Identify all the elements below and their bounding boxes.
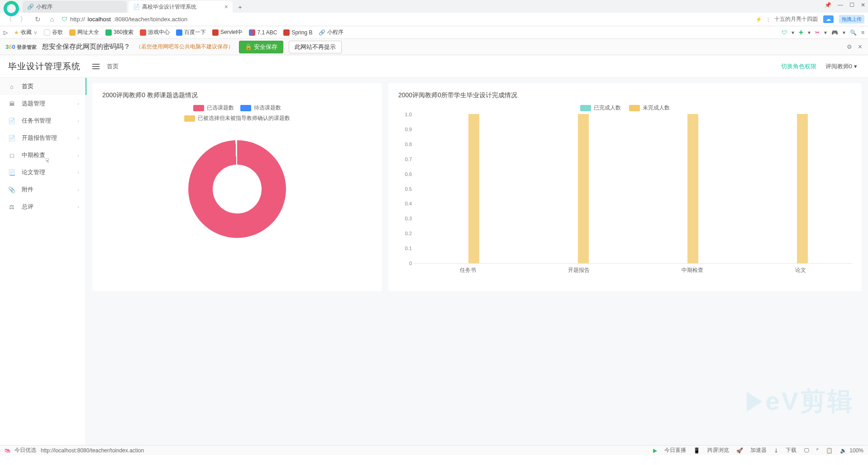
card-title: 2000评阅教师0所带学生毕业设计完成情况 bbox=[398, 91, 852, 100]
sidebar-item-6[interactable]: 📎附件› bbox=[0, 181, 86, 198]
bookmark-item[interactable]: 网址大全 bbox=[69, 28, 99, 36]
switch-role-link[interactable]: 切换角色权限 bbox=[781, 62, 816, 71]
flash-icon[interactable]: ⚡ bbox=[755, 16, 762, 23]
speaker-icon[interactable]: 🔉 bbox=[840, 447, 847, 454]
gamepad-icon[interactable]: 🎮 bbox=[831, 29, 838, 36]
close-window-icon[interactable]: ✕ bbox=[861, 2, 865, 8]
legend-item[interactable]: 未完成人数 bbox=[629, 104, 670, 112]
shop-icon[interactable]: 🛍 bbox=[5, 447, 10, 454]
status-item[interactable]: 跨屏浏览 bbox=[707, 446, 729, 454]
forward-icon[interactable]: 〉 bbox=[18, 15, 28, 24]
legend-swatch bbox=[580, 105, 591, 111]
sidebar-label: 总评 bbox=[22, 203, 33, 211]
y-tick: 0.6 bbox=[398, 171, 412, 177]
bar bbox=[687, 114, 698, 263]
chevron-right-icon: › bbox=[77, 135, 79, 141]
phone-icon[interactable]: 📱 bbox=[693, 447, 700, 454]
status-label[interactable]: 今日优选 bbox=[14, 446, 36, 454]
scissors-icon[interactable]: ✂ bbox=[815, 29, 820, 36]
bar-group bbox=[448, 114, 489, 263]
home-icon[interactable]: ⌂ bbox=[47, 15, 57, 23]
sidebar-item-2[interactable]: 📄任务书管理› bbox=[0, 112, 86, 129]
legend-item[interactable]: 已被选择但未被指导教师确认的课题数 bbox=[102, 114, 372, 122]
y-tick: 0.3 bbox=[398, 216, 412, 221]
tab-favicon-icon: 📄 bbox=[133, 4, 139, 10]
status-item[interactable]: 今日直播 bbox=[664, 446, 686, 454]
sidebar-icon: ⚖ bbox=[8, 204, 15, 210]
never-save-button[interactable]: 此网站不再提示 bbox=[289, 41, 342, 53]
bookmark-item[interactable]: Spring B bbox=[283, 29, 312, 36]
play-icon[interactable]: ▶ bbox=[653, 447, 657, 454]
y-tick: 0.9 bbox=[398, 127, 412, 132]
360-logo: 360 登录管家 bbox=[5, 43, 37, 51]
reload-icon[interactable]: ↻ bbox=[33, 15, 43, 24]
pin-icon[interactable]: 📌 bbox=[825, 2, 831, 8]
ext-icon[interactable]: ✚ bbox=[799, 29, 803, 36]
sidebar-item-7[interactable]: ⚖总评› bbox=[0, 198, 86, 215]
maximize-icon[interactable]: ☐ bbox=[849, 2, 854, 8]
bm-toggle-icon[interactable]: ▷ bbox=[4, 29, 8, 36]
bookmark-item[interactable]: 谷歌 bbox=[44, 28, 63, 36]
y-tick: 1.0 bbox=[398, 112, 412, 117]
legend-item[interactable]: 已完成人数 bbox=[580, 104, 621, 112]
game-icon bbox=[140, 29, 146, 36]
sidebar-item-0[interactable]: ⌂首页 bbox=[0, 78, 86, 95]
close-bar-icon[interactable]: ✕ bbox=[858, 43, 863, 50]
sidebar-toggle-icon[interactable] bbox=[92, 64, 100, 69]
legend-swatch bbox=[193, 105, 204, 111]
bar-legend: 已完成人数 未完成人数 bbox=[398, 104, 852, 112]
gear-icon[interactable]: ⚙ bbox=[847, 43, 852, 50]
lock-icon: 🔒 bbox=[245, 43, 252, 50]
cloud-button[interactable]: ☁ bbox=[823, 15, 834, 23]
download-icon[interactable]: ⤓ bbox=[774, 447, 778, 454]
bookmark-item[interactable]: 游戏中心 bbox=[140, 28, 170, 36]
legend-item[interactable]: 待选课题数 bbox=[240, 104, 281, 112]
sidebar-icon: ⌂ bbox=[8, 83, 15, 90]
sidebar-label: 论文管理 bbox=[22, 168, 45, 176]
rocket-icon[interactable]: 🚀 bbox=[736, 447, 743, 454]
pip-icon[interactable]: ᴾ bbox=[816, 447, 819, 454]
bookmark-item[interactable]: ★收藏∨ bbox=[14, 28, 38, 36]
browser-tab-active[interactable]: 📄 高校毕业设计管理系统 × bbox=[129, 1, 233, 13]
drag-upload-button[interactable]: 拖拽上传 bbox=[839, 15, 864, 24]
menu-icon[interactable]: ≡ bbox=[861, 29, 864, 36]
close-tab-icon[interactable]: × bbox=[224, 3, 228, 10]
bookmark-item[interactable]: 🔗小程序 bbox=[319, 28, 343, 36]
sidebar-item-4[interactable]: ◻中期检查› bbox=[0, 147, 86, 164]
legend-swatch bbox=[240, 105, 251, 111]
minimize-icon[interactable]: — bbox=[838, 2, 843, 8]
status-item[interactable]: 下载 bbox=[786, 446, 796, 454]
chevron-down-icon: ▾ bbox=[854, 63, 857, 70]
legend-swatch bbox=[184, 115, 195, 122]
bookmark-item[interactable]: 7.1 ABC bbox=[249, 29, 277, 36]
sidebar-item-1[interactable]: 🏛选题管理› bbox=[0, 95, 86, 112]
sidebar: ⌂首页🏛选题管理›📄任务书管理›📄开题报告管理›◻中期检查›📃论文管理›📎附件›… bbox=[0, 78, 86, 455]
bookmark-item[interactable]: 百度一下 bbox=[176, 28, 206, 36]
bookmark-item[interactable]: 360搜索 bbox=[105, 28, 134, 36]
browser-tab[interactable]: 🔗 小程序 bbox=[23, 1, 127, 13]
legend-item[interactable]: 已选课题数 bbox=[193, 104, 234, 112]
screen-icon[interactable]: 🖵 bbox=[804, 447, 809, 454]
miniprogram-icon: 🔗 bbox=[319, 29, 325, 36]
sidebar-icon: 📄 bbox=[8, 135, 15, 142]
zoom-control[interactable]: 🔉 100% bbox=[840, 447, 863, 454]
status-bar: 🛍 今日优选 http://localhost:8080/teacher/toi… bbox=[0, 445, 868, 455]
y-tick: 0.4 bbox=[398, 201, 412, 206]
sidebar-label: 选题管理 bbox=[22, 100, 45, 108]
search-icon[interactable]: 🔍 bbox=[850, 29, 857, 36]
save-password-button[interactable]: 🔒安全保存 bbox=[239, 41, 283, 53]
new-tab-button[interactable]: ＋ bbox=[234, 2, 245, 13]
status-item[interactable]: 加速器 bbox=[750, 446, 767, 454]
bookmark-item[interactable]: Servlet中 bbox=[212, 28, 243, 36]
clipboard-icon[interactable]: 📋 bbox=[826, 447, 833, 454]
sidebar-item-3[interactable]: 📄开题报告管理› bbox=[0, 129, 86, 147]
user-dropdown[interactable]: 评阅教师0▾ bbox=[825, 62, 857, 71]
tab-label: 高校毕业设计管理系统 bbox=[142, 3, 196, 11]
donut-legend: 已选课题数 待选课题数 已被选择但未被指导教师确认的课题数 bbox=[102, 104, 372, 122]
shield-small-icon[interactable]: 🛡 bbox=[782, 29, 787, 36]
sidebar-icon: 📄 bbox=[8, 118, 15, 124]
chevron-right-icon: › bbox=[77, 204, 79, 209]
url-input[interactable]: 🛡 http://localhost:8080/teacher/toindex.… bbox=[62, 16, 751, 23]
sidebar-item-5[interactable]: 📃论文管理› bbox=[0, 164, 86, 181]
sidebar-label: 开题报告管理 bbox=[22, 134, 57, 142]
